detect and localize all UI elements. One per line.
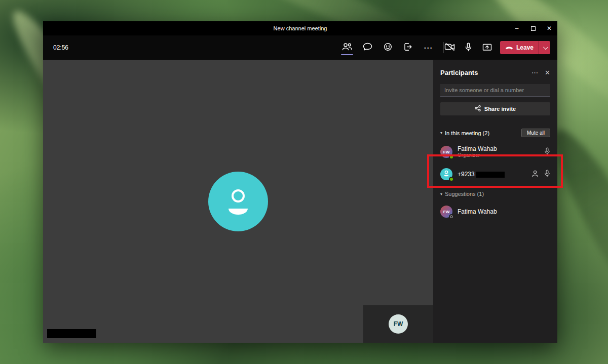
participants-button[interactable]	[341, 40, 353, 55]
rooms-icon	[404, 43, 412, 53]
self-avatar-initials: FW	[394, 320, 403, 328]
mic-icon	[544, 170, 550, 179]
minimize-icon: –	[515, 25, 519, 32]
close-button[interactable]: ✕	[541, 21, 557, 35]
participant-avatar: FW	[440, 146, 452, 158]
participant-role: Organizer	[458, 152, 497, 158]
more-icon: ⋯	[531, 69, 538, 76]
participant-row-icons	[531, 170, 550, 179]
share-screen-icon	[482, 43, 492, 53]
presence-indicator	[449, 214, 454, 219]
teams-meeting-window: New channel meeting – ✕ 02:56	[43, 21, 557, 343]
leave-button-label: Leave	[516, 44, 534, 51]
participant-text: +9233	[458, 171, 505, 178]
section-chevron-icon: ▾	[440, 131, 442, 135]
leave-button-main[interactable]: Leave	[500, 41, 539, 54]
participant-text: Fatima Wahab Organizer	[458, 145, 497, 158]
leave-dropdown[interactable]	[539, 41, 550, 54]
meeting-timer: 02:56	[53, 44, 68, 51]
panel-more-button[interactable]: ⋯	[531, 69, 538, 76]
meeting-content: FW Participants ⋯ ✕	[43, 60, 557, 343]
participant-row-icons	[544, 147, 550, 156]
window-title: New channel meeting	[43, 25, 557, 31]
mute-all-button[interactable]: Mute all	[521, 129, 550, 137]
share-invite-button[interactable]: Share invite	[440, 102, 550, 115]
participant-name: Fatima Wahab	[458, 145, 497, 152]
participants-icon	[341, 43, 353, 53]
participant-text: Fatima Wahab	[458, 208, 497, 215]
close-icon: ✕	[545, 69, 550, 76]
in-meeting-section-header[interactable]: ▾ In this meeting (2) Mute all	[440, 129, 550, 137]
share-invite-label: Share invite	[484, 106, 516, 112]
mic-button[interactable]	[463, 40, 475, 55]
suggestions-label: Suggestions (1)	[445, 191, 484, 197]
mic-icon	[544, 147, 550, 156]
share-invite-icon	[475, 105, 481, 112]
section-chevron-icon: ▾	[440, 192, 442, 196]
maximize-button[interactable]	[525, 21, 541, 35]
participant-avatar	[440, 168, 452, 180]
person-small-icon	[531, 170, 539, 179]
avatar-initials: FW	[443, 210, 449, 214]
panel-actions: ⋯ ✕	[531, 69, 550, 76]
suggestions-section-header[interactable]: ▾ Suggestions (1)	[440, 191, 550, 197]
hangup-phone-icon	[505, 44, 513, 51]
panel-title: Participants	[440, 69, 478, 76]
participants-panel-header: Participants ⋯ ✕	[440, 69, 550, 76]
in-meeting-label: In this meeting (2)	[445, 130, 489, 136]
participant-avatar: FW	[440, 206, 452, 218]
toolbar-center-icons: ⋯	[341, 35, 444, 60]
panel-close-button[interactable]: ✕	[545, 69, 550, 76]
redaction-bar	[476, 172, 505, 178]
minimize-button[interactable]: –	[509, 21, 525, 35]
participant-name: Fatima Wahab	[458, 208, 497, 215]
invite-input[interactable]	[440, 84, 550, 97]
window-controls: – ✕	[509, 21, 557, 35]
chevron-down-icon	[543, 45, 548, 50]
participant-row[interactable]: FW Fatima Wahab Organizer	[440, 144, 550, 159]
camera-off-icon	[444, 43, 455, 53]
phone-number-text: +9233	[458, 171, 475, 178]
participant-mic-button[interactable]	[544, 147, 550, 156]
chat-icon	[363, 43, 372, 53]
title-bar: New channel meeting – ✕	[43, 21, 557, 35]
participant-mic-button[interactable]	[544, 170, 550, 179]
participant-profile-button[interactable]	[531, 170, 539, 179]
reactions-icon	[384, 43, 392, 53]
chat-button[interactable]	[361, 40, 373, 55]
leave-button[interactable]: Leave	[500, 41, 550, 54]
participant-row[interactable]: +9233	[440, 167, 550, 182]
redaction-bar	[47, 329, 96, 338]
more-icon: ⋯	[424, 44, 433, 52]
person-icon	[222, 184, 254, 219]
close-icon: ✕	[547, 25, 552, 32]
presence-indicator	[449, 177, 454, 182]
toolbar-right-controls: Leave	[444, 35, 550, 60]
meeting-toolbar: 02:56	[43, 35, 557, 60]
reactions-button[interactable]	[382, 40, 394, 55]
avatar-initials: FW	[443, 150, 449, 154]
active-tab-underline	[341, 54, 353, 55]
camera-off-button[interactable]	[444, 40, 456, 55]
self-avatar: FW	[389, 314, 408, 334]
mic-icon	[465, 43, 472, 53]
participants-panel: Participants ⋯ ✕ Share inv	[433, 60, 557, 343]
share-screen-button[interactable]	[481, 40, 493, 55]
suggestion-row[interactable]: FW Fatima Wahab	[440, 204, 550, 219]
presence-indicator	[449, 154, 454, 159]
participant-name: +9233	[458, 171, 505, 178]
rooms-button[interactable]	[402, 40, 414, 55]
more-options-button[interactable]: ⋯	[422, 40, 434, 55]
maximize-icon	[531, 26, 536, 31]
self-view-tile[interactable]: FW	[363, 305, 433, 343]
remote-participant-avatar	[208, 172, 268, 231]
video-stage: FW	[43, 60, 433, 343]
